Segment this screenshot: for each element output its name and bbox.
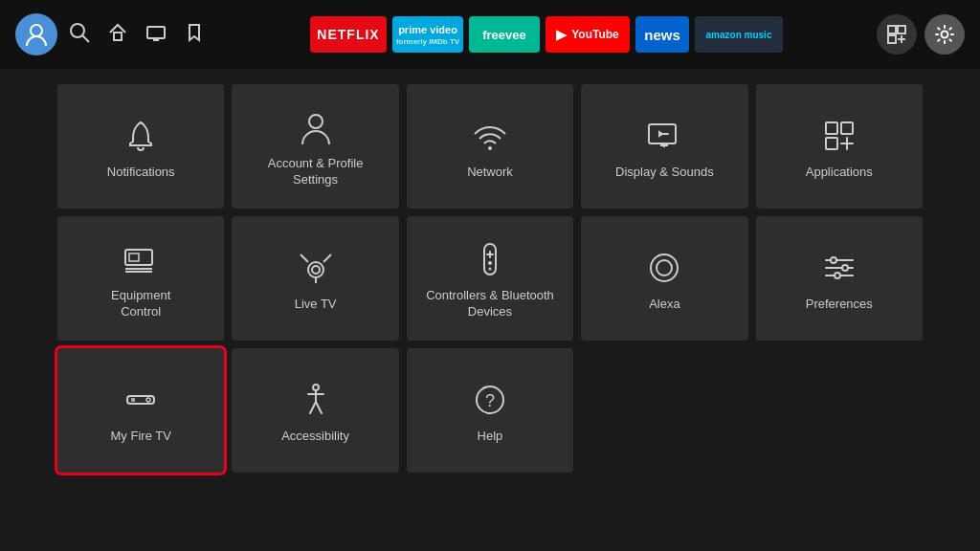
svg-point-44 [835, 273, 840, 278]
svg-rect-18 [826, 122, 837, 134]
applications-label: Applications [806, 165, 873, 181]
svg-rect-20 [826, 138, 837, 149]
grid-item-accessibility[interactable]: Accessibility [232, 348, 398, 473]
notifications-label: Notifications [107, 165, 175, 181]
alexa-label: Alexa [649, 297, 680, 313]
grid-item-equipment[interactable]: EquipmentControl [57, 216, 224, 341]
svg-line-52 [310, 402, 316, 413]
svg-text:?: ? [485, 391, 495, 410]
tv-icon[interactable] [145, 22, 167, 48]
svg-line-30 [323, 254, 331, 262]
person-icon [297, 108, 335, 146]
svg-point-38 [657, 260, 672, 276]
accessibility-label: Accessibility [281, 429, 349, 445]
wifi-icon [471, 117, 509, 155]
svg-point-0 [31, 25, 42, 36]
alexa-icon [645, 249, 683, 287]
display-sounds-label: Display & Sounds [615, 165, 714, 181]
svg-line-29 [301, 254, 308, 262]
grid-item-preferences[interactable]: Preferences [756, 216, 923, 341]
svg-point-27 [308, 262, 323, 277]
preferences-label: Preferences [806, 297, 873, 313]
grid-item-controllers[interactable]: Controllers & BluetoothDevices [407, 216, 573, 341]
svg-point-36 [488, 268, 491, 271]
settings-icon[interactable] [924, 14, 965, 55]
svg-point-14 [488, 146, 492, 150]
amazonmusic-app[interactable]: amazon music [695, 16, 783, 53]
netflix-app[interactable]: NETFLIX [310, 16, 387, 53]
grid-item-notifications[interactable]: Notifications [57, 84, 224, 209]
equipment-icon [122, 240, 160, 278]
svg-point-37 [651, 254, 678, 281]
news-app[interactable]: news [635, 16, 689, 53]
grid-item-account[interactable]: Account & ProfileSettings [232, 84, 398, 209]
nav-apps: NETFLIX prime video formerly IMDb TV fre… [228, 16, 865, 53]
navbar: NETFLIX prime video formerly IMDb TV fre… [0, 0, 980, 69]
svg-line-53 [316, 402, 322, 413]
myfiretv-label: My Fire TV [111, 429, 171, 445]
display-icon [645, 117, 683, 155]
antenna-icon [297, 249, 335, 287]
svg-point-43 [842, 265, 848, 271]
firetv-icon [122, 381, 160, 419]
svg-point-35 [488, 261, 492, 265]
svg-rect-4 [147, 27, 165, 38]
svg-point-12 [942, 32, 948, 38]
equipment-label: EquipmentControl [111, 288, 170, 320]
bookmark-icon[interactable] [184, 22, 205, 48]
nav-right [877, 14, 965, 55]
grid-item-livetv[interactable]: Live TV [232, 216, 398, 341]
grid-item-applications[interactable]: Applications [756, 84, 923, 209]
svg-rect-8 [898, 26, 905, 33]
livetv-label: Live TV [295, 297, 337, 313]
grid-item-display-sounds[interactable]: Display & Sounds [581, 84, 747, 209]
svg-rect-9 [888, 35, 896, 43]
nav-icons [69, 22, 205, 48]
controllers-label: Controllers & BluetoothDevices [426, 288, 554, 320]
freevee-app[interactable]: freevee [469, 16, 540, 53]
account-label: Account & ProfileSettings [268, 156, 364, 188]
svg-rect-24 [129, 253, 139, 261]
grid-item-alexa[interactable]: Alexa [581, 216, 747, 341]
help-label: Help [478, 429, 503, 445]
svg-line-2 [82, 35, 89, 42]
primevideo-app[interactable]: prime video formerly IMDb TV [392, 16, 463, 53]
avatar[interactable] [15, 13, 57, 55]
sliders-icon [820, 249, 858, 287]
accessibility-icon [297, 381, 335, 419]
svg-point-28 [312, 266, 320, 274]
bell-icon [122, 117, 160, 155]
svg-rect-3 [114, 33, 122, 40]
svg-point-48 [146, 398, 150, 402]
svg-rect-19 [841, 122, 853, 134]
youtube-app[interactable]: ▶YouTube [546, 16, 630, 53]
svg-point-13 [309, 115, 323, 128]
apps-icon [820, 117, 858, 155]
remote-icon [471, 240, 509, 278]
svg-point-1 [71, 24, 84, 37]
grid-icon[interactable] [877, 14, 917, 55]
search-icon[interactable] [69, 22, 90, 48]
grid-item-help[interactable]: ? Help [407, 348, 573, 473]
grid-item-network[interactable]: Network [407, 84, 573, 209]
home-icon[interactable] [107, 22, 128, 48]
svg-rect-7 [888, 26, 896, 33]
svg-point-42 [831, 257, 836, 263]
network-label: Network [467, 165, 513, 181]
grid-item-myfiretv[interactable]: My Fire TV [57, 348, 224, 473]
settings-grid: Notifications Account & ProfileSettings … [0, 69, 980, 488]
help-icon: ? [471, 381, 509, 419]
